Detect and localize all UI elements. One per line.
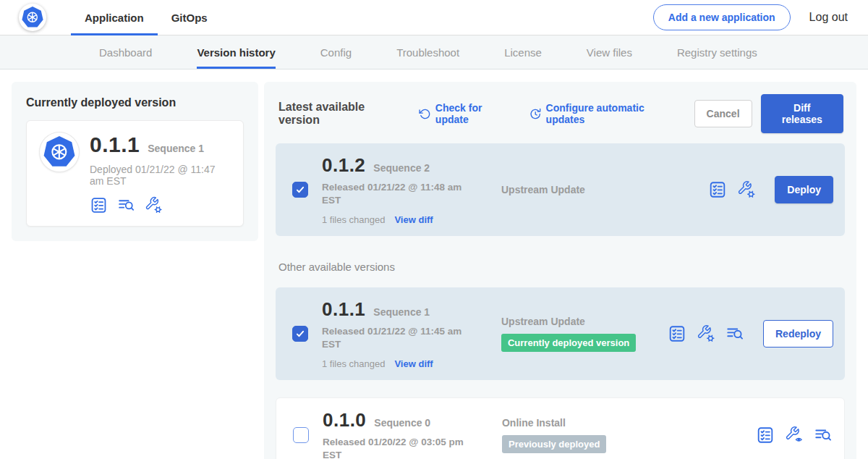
files-changed-line: 1 files changed View diff [322, 358, 501, 369]
files-changed-label: 1 files changed [322, 358, 385, 369]
version-actions [668, 426, 833, 445]
source-label: Upstream Update [501, 316, 668, 327]
version-info: 0.1.1 Sequence 1 Released 01/21/22 @ 11:… [322, 298, 501, 369]
kubernetes-helm-wheel-icon [22, 7, 43, 28]
top-tab-gitops[interactable]: GitOps [158, 0, 221, 35]
refresh-icon [419, 108, 430, 120]
sub-tab-registry-settings[interactable]: Registry settings [677, 35, 757, 69]
files-changed-line: 1 files changed View diff [322, 214, 501, 225]
latest-available-title: Latest available version [278, 101, 404, 127]
schedule-update-icon [529, 108, 541, 120]
add-application-button[interactable]: Add a new application [653, 4, 791, 30]
version-actions: Deploy [668, 176, 833, 203]
version-number: 0.1.0 [323, 409, 366, 431]
view-diff-link[interactable]: View diff [394, 358, 433, 369]
version-action-icons [708, 180, 756, 199]
version-checkbox[interactable] [292, 182, 308, 198]
sequence-label: Sequence 1 [373, 306, 430, 318]
wrench-eye-icon[interactable] [785, 426, 804, 445]
source-label: Upstream Update [501, 184, 668, 195]
version-row: 0.1.2 Sequence 2 Released 01/21/22 @ 11:… [276, 143, 845, 236]
source-label: Online Install [502, 417, 668, 429]
version-checkbox[interactable] [292, 326, 308, 342]
check-for-update-link[interactable]: Check for update [419, 102, 515, 125]
available-versions-header: Latest available version Check for updat… [276, 93, 845, 143]
redeploy-button[interactable]: Redeploy [763, 320, 833, 348]
lines-magnifier-icon[interactable] [814, 426, 833, 445]
deployed-version-actions [90, 196, 230, 214]
available-versions-panel: Latest available version Check for updat… [264, 82, 856, 459]
sequence-label: Sequence 0 [374, 417, 430, 429]
diff-releases-button[interactable]: Diff releases [761, 94, 843, 133]
configure-automatic-updates-link[interactable]: Configure automatic updates [529, 102, 681, 125]
lines-magnifier-icon[interactable] [726, 324, 744, 343]
sub-tab-license[interactable]: License [504, 35, 542, 69]
wrench-gear-icon[interactable] [737, 180, 756, 199]
version-action-icons [756, 426, 833, 445]
deployed-version-card: 0.1.1 Sequence 1 Deployed 01/21/22 @ 11:… [26, 120, 244, 227]
version-info: 0.1.2 Sequence 2 Released 01/21/22 @ 11:… [322, 154, 501, 225]
version-row: 0.1.0 Sequence 0 Released 01/20/22 @ 03:… [276, 397, 845, 459]
sub-tab-dashboard[interactable]: Dashboard [99, 35, 152, 69]
wrench-gear-icon[interactable] [697, 324, 715, 343]
other-versions-slot: 0.1.1 Sequence 1 Released 01/21/22 @ 11:… [276, 287, 845, 459]
sub-tab-view-files[interactable]: View files [587, 35, 632, 69]
lines-magnifier-icon[interactable] [117, 196, 135, 214]
checklist-icon[interactable] [756, 426, 775, 445]
app-logo [40, 132, 79, 172]
version-source: Online Install Previously deployed [502, 417, 668, 453]
version-row: 0.1.1 Sequence 1 Released 01/21/22 @ 11:… [276, 287, 845, 380]
app-section-tabs: DashboardVersion historyConfigTroublesho… [0, 35, 868, 70]
version-action-icons [668, 324, 744, 343]
deployed-version-number: 0.1.1 [90, 132, 140, 157]
sub-tab-version-history[interactable]: Version history [197, 35, 275, 69]
deployed-timestamp: Deployed 01/21/22 @ 11:47 am EST [90, 164, 230, 187]
version-source: Upstream Update [501, 184, 668, 195]
top-nav: ApplicationGitOps Add a new application … [0, 0, 868, 35]
cancel-button[interactable]: Cancel [694, 100, 752, 127]
checklist-icon[interactable] [668, 324, 686, 343]
app-nav-tabs: ApplicationGitOps [71, 0, 221, 35]
check-icon [295, 185, 305, 195]
other-versions-title: Other available versions [278, 261, 845, 273]
released-timestamp: Released 01/21/22 @ 11:48 am EST [322, 181, 475, 206]
latest-version-slot: 0.1.2 Sequence 2 Released 01/21/22 @ 11:… [276, 143, 845, 236]
checklist-icon[interactable] [708, 180, 727, 199]
version-checkbox[interactable] [293, 427, 309, 443]
released-timestamp: Released 01/20/22 @ 03:05 pm EST [323, 436, 476, 459]
released-timestamp: Released 01/21/22 @ 11:45 am EST [322, 325, 475, 350]
version-number: 0.1.2 [322, 154, 365, 177]
main-content: Currently deployed version 0.1.1 Sequenc [0, 70, 868, 459]
version-actions: Redeploy [668, 320, 833, 348]
sub-tab-config[interactable]: Config [320, 35, 352, 69]
status-badge: Currently deployed version [501, 334, 636, 352]
files-changed-label: 1 files changed [322, 214, 385, 225]
checklist-icon[interactable] [90, 196, 108, 214]
kubernetes-helm-wheel-icon [43, 136, 75, 168]
sequence-label: Sequence 2 [373, 162, 430, 174]
logout-link[interactable]: Log out [809, 11, 848, 24]
check-icon [295, 329, 305, 339]
currently-deployed-title: Currently deployed version [26, 96, 244, 109]
wrench-gear-icon[interactable] [145, 196, 163, 214]
view-diff-link[interactable]: View diff [394, 214, 433, 225]
top-tab-application[interactable]: Application [71, 0, 158, 35]
status-badge: Previously deployed [502, 435, 606, 453]
kubernetes-logo [19, 4, 46, 31]
version-number: 0.1.1 [322, 298, 365, 321]
currently-deployed-panel: Currently deployed version 0.1.1 Sequenc [12, 82, 258, 241]
deploy-button[interactable]: Deploy [775, 176, 833, 203]
version-info: 0.1.0 Sequence 0 Released 01/20/22 @ 03:… [323, 409, 502, 459]
deployed-sequence-label: Sequence 1 [148, 143, 204, 154]
version-source: Upstream Update Currently deployed versi… [501, 316, 668, 352]
sub-tab-troubleshoot[interactable]: Troubleshoot [396, 35, 459, 69]
